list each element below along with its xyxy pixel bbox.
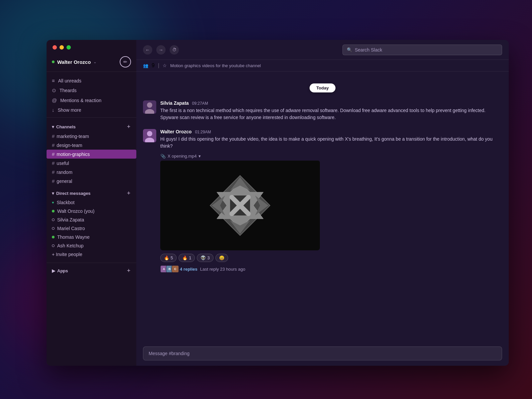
dm-item-slackbot[interactable]: ♥ Slackbot	[47, 198, 136, 207]
nav-label-all-unreads: All unreads	[58, 78, 81, 83]
add-channel-button[interactable]: +	[125, 123, 132, 130]
channels-collapse-icon: ▾	[52, 124, 54, 129]
show-more-icon: ↓	[52, 107, 55, 113]
video-filename: 📎 X opening.mp4 ▾	[160, 154, 320, 159]
threads-icon: ⊙	[52, 87, 56, 93]
dropdown-icon: ▾	[199, 154, 201, 159]
channel-item-motion-graphics[interactable]: # motion-graphics	[47, 150, 136, 159]
dm-label: Direct messages	[56, 191, 90, 196]
channel-label-design-team: design-team	[57, 143, 82, 148]
reaction-fire-1[interactable]: 🔥 1	[179, 254, 195, 262]
search-bar[interactable]: 🔍 Search Slack	[342, 45, 502, 55]
topbar-left: ← → ⏱	[143, 45, 179, 55]
dm-label-slackbot: Slackbot	[57, 200, 75, 205]
dm-label-walt-orozco: Walt Orozco (you)	[57, 208, 94, 214]
traffic-lights	[47, 40, 136, 54]
add-dm-button[interactable]: +	[125, 190, 132, 197]
dm-header[interactable]: ▾ Direct messages +	[47, 188, 136, 198]
user-status-dot	[52, 61, 55, 63]
apps-header[interactable]: ▶ Apps +	[47, 266, 136, 276]
history-button[interactable]: ⏱	[170, 45, 179, 55]
channel-item-design-team[interactable]: # design-team	[47, 141, 136, 150]
add-app-button[interactable]: +	[125, 267, 132, 274]
sidebar-item-all-unreads[interactable]: ≡ All unreads	[47, 76, 136, 85]
dm-item-thomas-wayne[interactable]: Thomas Wayne	[47, 233, 136, 241]
svg-point-1	[145, 109, 154, 114]
dm-item-ash-ketchup[interactable]: Ash Ketchup	[47, 241, 136, 250]
channel-label-marketing-team: marketing-team	[57, 134, 89, 139]
forward-icon: →	[159, 47, 163, 53]
online-status-dot	[52, 236, 55, 238]
main-content: ← → ⏱ 🔍 Search Slack 👥 9 | ☆ Motion grap…	[136, 40, 509, 366]
dm-item-mariel-castro[interactable]: Mariel Castro	[47, 224, 136, 233]
members-count: 9	[152, 63, 155, 68]
message-time-silvia: 09:27AM	[192, 101, 208, 106]
message-body-walter: Walter Orozco 01:29AM Hi guys! I did thi…	[160, 129, 502, 273]
apps-collapse-icon: ▶	[52, 268, 55, 273]
channels-header[interactable]: ▾ Channels +	[47, 122, 136, 132]
video-thumbnail[interactable]	[160, 161, 320, 250]
reaction-alien-3[interactable]: 👽 3	[197, 254, 213, 262]
message-input[interactable]: Message #branding	[143, 346, 502, 360]
dm-section: ▾ Direct messages + ♥ Slackbot Walt Oroz…	[47, 186, 136, 263]
hash-icon: #	[52, 160, 55, 166]
compose-button[interactable]: ✏	[120, 56, 131, 67]
channel-item-random[interactable]: # random	[47, 168, 136, 177]
search-placeholder: Search Slack	[355, 47, 382, 53]
offline-status-dot	[52, 218, 55, 221]
channels-label: Channels	[56, 124, 76, 129]
workspace-name: Walter Orozco	[57, 59, 91, 65]
svg-point-0	[147, 102, 152, 108]
online-status-dot	[52, 210, 55, 212]
today-pill: Today	[310, 83, 335, 92]
apps-label: Apps	[57, 268, 68, 273]
channel-label-useful: useful	[57, 161, 69, 166]
sidebar-item-show-more[interactable]: ↓ Show more	[47, 105, 136, 115]
hash-icon: #	[52, 169, 55, 175]
reply-avatar-3: C	[172, 265, 179, 273]
thread-replies[interactable]: A B C 4 replies Last reply 23 hours ago	[160, 265, 502, 273]
nav-section: ≡ All unreads ⊙ Theards @ Mentions & rea…	[47, 72, 136, 118]
message-header-walter: Walter Orozco 01:29AM	[160, 129, 502, 134]
dm-item-walt-orozco[interactable]: Walt Orozco (you)	[47, 207, 136, 215]
replies-link[interactable]: 4 replies	[180, 267, 198, 272]
message-header-silvia: Silvia Zapata 09:27AM	[160, 100, 502, 106]
offline-status-dot	[52, 227, 55, 230]
minimize-button[interactable]	[60, 45, 64, 50]
channel-item-general[interactable]: # general	[47, 177, 136, 186]
apps-section: ▶ Apps +	[47, 263, 136, 277]
channel-item-marketing-team[interactable]: # marketing-team	[47, 132, 136, 141]
reaction-fire-5[interactable]: 🔥 5	[160, 254, 177, 262]
sidebar-item-mentions[interactable]: @ Mentions & reaction	[47, 95, 136, 105]
video-attachment: 📎 X opening.mp4 ▾	[160, 154, 320, 250]
workspace-name-row[interactable]: Walter Orozco ⌄	[52, 59, 96, 65]
channel-label-random: random	[57, 170, 72, 175]
sidebar-item-threads[interactable]: ⊙ Theards	[47, 85, 136, 95]
header-divider: |	[158, 63, 159, 68]
dm-label-silvia-zapata: Silvia Zapata	[57, 217, 84, 222]
invite-people-button[interactable]: + Invite people	[47, 250, 136, 259]
hash-icon: #	[52, 133, 55, 139]
back-icon: ←	[145, 47, 150, 53]
star-icon[interactable]: ☆	[163, 63, 167, 68]
back-button[interactable]: ←	[143, 45, 152, 55]
channel-label-general: general	[57, 179, 72, 184]
dm-collapse-icon: ▾	[52, 191, 54, 196]
slackbot-icon: ♥	[52, 200, 54, 204]
apps-header-left: ▶ Apps	[52, 268, 68, 273]
svg-point-2	[147, 131, 152, 136]
forward-button[interactable]: →	[156, 45, 166, 55]
reaction-add[interactable]: 😄	[215, 254, 228, 262]
maximize-button[interactable]	[66, 45, 71, 50]
messages-area: Today Silvia Zapata 09:27AM The first is…	[136, 71, 509, 342]
channel-item-useful[interactable]: # useful	[47, 159, 136, 168]
compose-icon: ✏	[123, 59, 127, 65]
close-button[interactable]	[53, 45, 57, 50]
invite-people-label: + Invite people	[52, 252, 82, 257]
history-icon: ⏱	[172, 47, 177, 52]
channels-header-left: ▾ Channels	[52, 124, 76, 129]
members-icon: 👥	[143, 63, 148, 68]
search-icon: 🔍	[347, 47, 352, 52]
dm-label-thomas-wayne: Thomas Wayne	[57, 234, 90, 240]
dm-item-silvia-zapata[interactable]: Silvia Zapata	[47, 215, 136, 224]
